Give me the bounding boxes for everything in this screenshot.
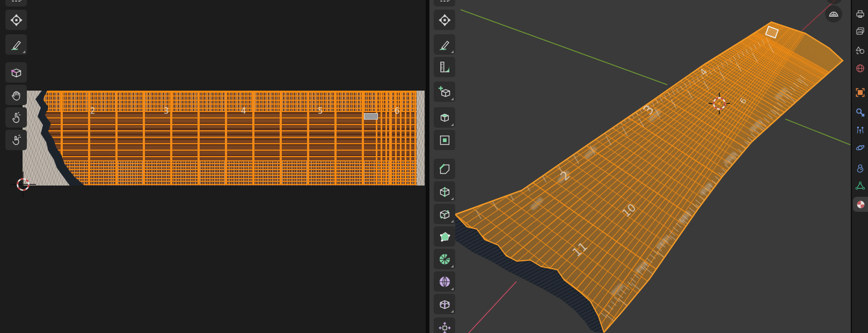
rip-region-icon (10, 66, 23, 79)
uv-grid-verticals (33, 92, 417, 184)
shrink-fatten-tool-button[interactable] (434, 317, 455, 333)
knife-tool-button[interactable] (434, 204, 455, 224)
tool-options-corner (451, 220, 454, 223)
pinch-icon (10, 134, 23, 147)
particles-properties-tab[interactable] (852, 122, 868, 137)
active-face-highlight (364, 113, 378, 120)
add-cube-icon (438, 85, 451, 99)
tool-options-corner (451, 123, 454, 126)
grab-tool-button[interactable] (5, 85, 27, 105)
material-properties-tab[interactable] (853, 197, 868, 212)
select-box-tool-button[interactable] (5, 0, 27, 6)
uv-editor-region[interactable]: 23456 (0, 0, 426, 333)
measure-tool-button[interactable] (434, 57, 455, 77)
ruler-number-2: 2 (90, 106, 96, 116)
edge-slide-icon (438, 298, 451, 311)
shrink-fatten-icon (438, 321, 451, 333)
view-layer-properties-tab[interactable] (852, 24, 868, 39)
smooth-tool-button[interactable] (434, 271, 455, 292)
annotate-icon (10, 38, 23, 51)
move-icon (10, 13, 23, 27)
measure-icon (438, 61, 451, 74)
tool-options-corner (23, 50, 25, 53)
spin-tool-button[interactable] (434, 249, 455, 269)
output-properties-tab[interactable] (852, 6, 868, 21)
move-tool-button[interactable] (434, 10, 455, 30)
constraints-properties-tab[interactable] (852, 161, 868, 176)
properties-tab-strip (852, 0, 868, 333)
uv-grid-dense-right (376, 92, 417, 184)
tool-options-corner (451, 197, 454, 200)
select-box-icon (10, 0, 23, 3)
add-cube-tool-button[interactable] (434, 82, 455, 102)
physics-properties-icon (855, 143, 865, 153)
material-properties-icon (856, 199, 866, 210)
annotate-icon (438, 38, 451, 51)
poly-build-tool-button[interactable] (434, 226, 455, 247)
select-box-tool-button[interactable] (434, 0, 455, 6)
ruler-number-4: 4 (241, 106, 246, 116)
physics-properties-tab[interactable] (852, 140, 868, 155)
bevel-tool-button[interactable] (434, 159, 455, 179)
object-properties-icon (855, 87, 865, 98)
viewport-canvas[interactable]: 23461011 (429, 0, 851, 333)
particles-properties-icon (855, 125, 865, 135)
tool-options-corner (451, 50, 454, 53)
loop-cut-icon (438, 185, 451, 198)
move-icon (438, 13, 451, 27)
object-data-properties-tab[interactable] (852, 178, 868, 193)
uv-mesh-overlay[interactable]: 23456 (33, 91, 417, 186)
constraints-properties-icon (855, 164, 865, 174)
annotate-tool-button[interactable] (434, 34, 455, 55)
view-layer-properties-icon (855, 26, 865, 36)
blender-window: 23456 23461011 (0, 0, 868, 333)
smooth-icon (438, 275, 451, 288)
editor-separator[interactable] (426, 0, 429, 333)
perspective-toggle-button[interactable] (825, 5, 842, 23)
rip-region-tool-button[interactable] (5, 62, 27, 83)
scene-properties-tab[interactable] (852, 42, 868, 57)
object-properties-tab[interactable] (852, 85, 868, 100)
world-properties-icon (855, 63, 865, 73)
inset-faces-tool-button[interactable] (434, 130, 455, 150)
uv-2d-cursor (10, 172, 36, 197)
knife-icon (438, 208, 451, 221)
grab-icon (10, 88, 23, 102)
edge-slide-tool-button[interactable] (434, 294, 455, 314)
ruler-number-3: 3 (164, 106, 169, 116)
spin-icon (438, 253, 451, 266)
tool-options-corner (451, 287, 454, 290)
output-properties-icon (855, 9, 865, 19)
move-tool-button[interactable] (5, 10, 27, 30)
select-box-icon (438, 0, 451, 3)
ruler-number-6: 6 (395, 106, 400, 116)
modifiers-properties-tab[interactable] (852, 105, 868, 120)
modifiers-properties-icon (855, 107, 865, 117)
inset-faces-icon (438, 134, 451, 147)
extrude-region-icon (438, 111, 451, 124)
relax-icon (10, 111, 23, 124)
bevel-icon (438, 162, 451, 176)
tool-options-corner (451, 310, 454, 313)
extrude-region-tool-button[interactable] (434, 107, 455, 128)
loop-cut-tool-button[interactable] (434, 181, 455, 202)
poly-build-icon (438, 230, 451, 243)
annotate-tool-button[interactable] (5, 34, 27, 55)
tool-options-corner (451, 98, 454, 100)
ruler-number-5: 5 (318, 106, 323, 116)
scene-properties-icon (855, 45, 865, 55)
tool-options-corner (451, 265, 454, 268)
object-data-properties-icon (855, 181, 865, 191)
relax-tool-button[interactable] (5, 107, 27, 128)
pinch-tool-button[interactable] (5, 130, 27, 150)
world-properties-tab[interactable] (852, 61, 868, 76)
grid-dome-icon (828, 9, 839, 19)
viewport-3d-region[interactable]: 23461011 (429, 0, 851, 333)
